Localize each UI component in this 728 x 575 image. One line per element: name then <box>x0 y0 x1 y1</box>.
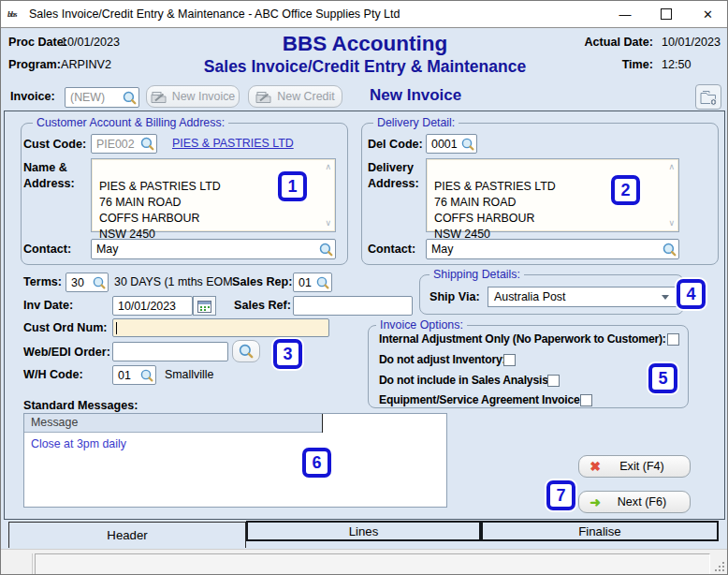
close-button[interactable]: ✕ <box>687 1 728 27</box>
scroll-down-icon[interactable]: ∨ <box>325 219 331 228</box>
next-button[interactable]: ➜ Next (F6) <box>578 491 691 513</box>
search-icon[interactable] <box>140 137 154 151</box>
calendar-button[interactable] <box>193 296 216 316</box>
resize-grip[interactable] <box>722 569 724 571</box>
delivery-group-title: Delivery Detail: <box>373 116 459 129</box>
invoice-combobox[interactable]: (NEW) <box>65 87 139 108</box>
option-no-sales-analysis-checkbox[interactable] <box>547 375 560 387</box>
actual-date-label: Actual Date: <box>564 36 653 49</box>
maximize-button[interactable] <box>646 1 687 27</box>
cust-code-field[interactable]: PIE002 <box>91 134 157 154</box>
red-x-icon: ✖ <box>579 459 611 474</box>
tab-lines[interactable]: Lines <box>246 521 481 541</box>
customer-contact-field[interactable]: May <box>91 239 336 259</box>
new-credit-button[interactable]: New Credit <box>248 85 342 108</box>
ship-via-label: Ship Via: <box>430 290 480 303</box>
document-edit-icon <box>151 91 167 103</box>
callout-badge-3: 3 <box>273 339 302 369</box>
inv-date-field[interactable]: 10/01/2023 <box>112 296 193 316</box>
wh-code-label: W/H Code: <box>23 368 83 381</box>
option-internal-adjustment-checkbox[interactable] <box>667 333 679 346</box>
sales-rep-field[interactable]: 01 <box>293 273 332 292</box>
cust-code-value: PIE002 <box>92 138 140 151</box>
app-icon: bbs <box>7 7 24 22</box>
terms-description: 30 DAYS (1 mths EOM <box>114 275 232 288</box>
callout-badge-6: 6 <box>302 448 331 478</box>
invoice-label: Invoice: <box>10 90 55 103</box>
cust-ord-num-field[interactable] <box>112 318 329 337</box>
sales-ref-label: Sales Ref: <box>234 299 291 312</box>
web-edi-order-field[interactable] <box>112 342 228 361</box>
customer-contact-label: Contact: <box>23 243 71 256</box>
chevron-down-icon <box>662 295 669 300</box>
standard-messages-table[interactable]: Message Close at 3pm daily <box>23 413 447 508</box>
wh-code-field[interactable]: 01 <box>112 365 156 385</box>
search-icon[interactable] <box>93 276 106 289</box>
sales-rep-label: Sales Rep: <box>232 275 292 288</box>
message-column-header: Message <box>24 414 322 433</box>
search-icon[interactable] <box>319 243 333 257</box>
new-invoice-button[interactable]: New Invoice <box>146 85 240 108</box>
column-divider <box>322 414 323 433</box>
del-code-value: 0001 <box>427 138 461 151</box>
delivery-address-label-2: Address: <box>368 177 419 190</box>
option-equipment-service-label: Equipment/Service Agreement Invoice: <box>379 393 584 406</box>
option-equipment-service-checkbox[interactable] <box>580 394 592 406</box>
tab-finalise[interactable]: Finalise <box>481 521 719 541</box>
customer-group-title: Customer Account & Billing Address: <box>33 116 228 129</box>
delivery-contact-label: Contact: <box>368 243 415 256</box>
terms-field[interactable]: 30 <box>66 273 109 292</box>
copy-invoice-button[interactable] <box>695 84 721 110</box>
customer-name-link[interactable]: PIES & PASTRIES LTD <box>172 137 294 150</box>
billing-address-text: PIES & PASTRIES LTD 76 MAIN ROAD COFFS H… <box>99 180 221 241</box>
scroll-down-icon[interactable]: ∨ <box>668 219 675 228</box>
time-value: 12:50 <box>662 58 692 71</box>
web-edi-lookup-button[interactable] <box>232 340 260 362</box>
inv-date-label: Inv Date: <box>23 299 73 312</box>
del-code-field[interactable]: 0001 <box>426 134 477 154</box>
name-address-label-1: Name & <box>23 161 67 174</box>
next-button-label: Next (F6) <box>611 495 673 509</box>
delivery-address-text: PIES & PASTRIES LTD 76 MAIN ROAD COFFS H… <box>434 180 556 241</box>
new-invoice-label: New Invoice <box>172 90 236 103</box>
actual-date-value: 10/01/2023 <box>662 36 721 49</box>
new-document-plus-icon <box>699 89 718 106</box>
message-row[interactable]: Close at 3pm daily <box>31 437 126 450</box>
delivery-contact-value: May <box>427 243 662 256</box>
delivery-address-label-1: Delivery <box>368 161 414 174</box>
option-no-inventory-adjust-checkbox[interactable] <box>503 354 516 366</box>
search-icon[interactable] <box>316 276 329 289</box>
search-icon[interactable] <box>461 138 474 151</box>
scroll-up-icon[interactable]: ∧ <box>668 163 675 171</box>
exit-button[interactable]: ✖ Exit (F4) <box>578 455 691 478</box>
name-address-label-2: Address: <box>23 177 75 190</box>
cust-ord-num-label: Cust Ord Num: <box>23 321 108 334</box>
delivery-contact-field[interactable]: May <box>426 239 679 259</box>
search-icon[interactable] <box>662 243 677 257</box>
green-arrow-icon: ➜ <box>579 494 611 509</box>
tab-header[interactable]: Header <box>8 522 246 548</box>
new-credit-label: New Credit <box>277 90 334 103</box>
search-icon[interactable] <box>123 91 137 105</box>
invoice-options-group-title: Invoice Options: <box>376 318 467 332</box>
maximize-icon <box>661 8 672 20</box>
callout-badge-4: 4 <box>677 279 706 309</box>
time-label: Time: <box>564 58 653 71</box>
app-window: bbs Sales Invoice/Credit Entry & Mainten… <box>0 0 728 575</box>
sales-ref-field[interactable] <box>293 296 413 316</box>
sales-rep-value: 01 <box>294 276 316 289</box>
search-icon <box>239 344 254 359</box>
standard-messages-label: Standard Messages: <box>23 399 138 412</box>
search-icon[interactable] <box>140 369 153 382</box>
callout-badge-5: 5 <box>648 363 677 393</box>
ship-via-select[interactable]: Australia Post <box>488 287 677 307</box>
cust-code-label: Cust Code: <box>23 138 86 151</box>
delivery-address-textarea[interactable]: PIES & PASTRIES LTD 76 MAIN ROAD COFFS H… <box>426 158 679 232</box>
scroll-up-icon[interactable]: ∧ <box>325 163 331 171</box>
inv-date-value: 10/01/2023 <box>113 300 192 313</box>
minimize-button[interactable]: — <box>604 1 646 27</box>
option-no-sales-analysis-label: Do not include in Sales Analysis: <box>379 374 552 387</box>
text-caret <box>116 322 117 334</box>
callout-badge-1: 1 <box>278 171 307 201</box>
callout-badge-7: 7 <box>546 480 575 510</box>
